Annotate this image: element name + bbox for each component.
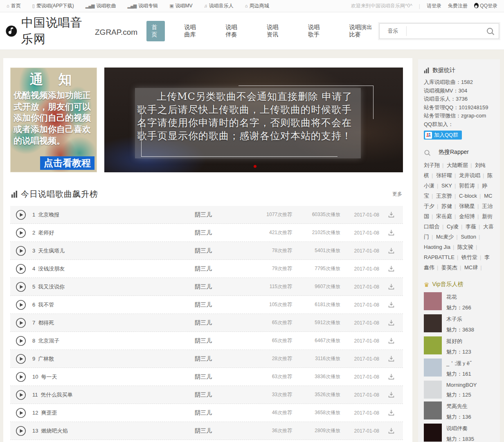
download-button[interactable] [387, 337, 395, 345]
top-nav-item[interactable]: 说唱专辑 [127, 2, 158, 9]
song-title[interactable]: 燃烧吧火焰 [41, 427, 68, 435]
song-title[interactable]: 没钱没朋友 [38, 265, 65, 273]
song-title[interactable]: 都得死 [38, 319, 54, 327]
rapper-link[interactable]: 李薇 [466, 223, 482, 230]
song-title[interactable]: 天生疯塔儿 [38, 247, 65, 255]
login-link[interactable]: 请登录 [427, 2, 441, 9]
top-nav-item[interactable]: 首页 [7, 2, 21, 9]
song-artist[interactable]: 阴三儿 [195, 355, 243, 363]
carousel-indicator-dot[interactable] [254, 165, 256, 168]
play-button[interactable] [16, 390, 26, 400]
song-artist[interactable]: 阴三儿 [195, 211, 243, 219]
vip-musician-name[interactable]: MorningBOY [446, 382, 477, 388]
rapper-link[interactable]: 铁竹堂 [461, 254, 483, 260]
rapper-link[interactable]: 金绍博 [459, 213, 480, 219]
play-button[interactable] [16, 228, 26, 238]
download-button[interactable] [387, 211, 395, 219]
download-button[interactable] [387, 391, 395, 399]
download-button[interactable] [387, 319, 395, 327]
rapper-link[interactable]: 王京骅 [436, 193, 457, 199]
download-button[interactable] [387, 265, 395, 273]
rapper-link[interactable]: 陈文骏 [457, 244, 479, 250]
rapper-link[interactable]: Sutton [461, 234, 482, 240]
song-artist[interactable]: 阴三儿 [195, 427, 243, 435]
top-nav-item[interactable]: 周边商城 [245, 2, 269, 9]
download-button[interactable] [387, 373, 395, 381]
vip-musician-name[interactable]: _＇;瀧ｙē˝ [446, 360, 471, 367]
song-title[interactable]: 我不管 [38, 301, 54, 309]
search-input[interactable] [407, 25, 487, 38]
play-button[interactable] [16, 318, 26, 328]
notice-tutorial-button[interactable]: 点击看教程 [40, 156, 94, 170]
main-nav-item[interactable]: 说唱演出比赛 [344, 21, 379, 41]
carousel[interactable]: 上传MC另类歌曲不会通知直接删除 申请了歌手之后请尽快上传歌曲，上传歌曲的时候歌… [104, 68, 403, 172]
top-nav-item[interactable]: 说唱MV [169, 2, 192, 9]
rapper-link[interactable]: Mc麦少 [436, 234, 459, 240]
song-artist[interactable]: 阴三儿 [195, 319, 243, 327]
rapper-link[interactable]: 苏健 [441, 203, 457, 209]
vip-musician-name[interactable]: 梵高先生 [446, 403, 471, 410]
play-button[interactable] [16, 264, 26, 274]
download-button[interactable] [387, 355, 395, 363]
song-title[interactable]: 爽歪歪 [41, 409, 57, 417]
rapper-link[interactable]: 大陆断层 [447, 162, 473, 168]
top-nav-item[interactable]: 说唱音乐人 [204, 2, 234, 9]
top-nav-item[interactable]: 说唱歌曲 [86, 2, 116, 9]
site-logo[interactable]: 中国说唱音乐网 ZGRAP.com [5, 15, 137, 47]
play-button[interactable] [16, 210, 26, 220]
main-nav-item[interactable]: 说唱资讯 [262, 21, 288, 41]
rapper-link[interactable]: SKY [441, 183, 457, 189]
song-artist[interactable]: 阴三儿 [195, 247, 243, 255]
song-artist[interactable]: 阴三儿 [195, 337, 243, 345]
vip-musician-name[interactable]: 说唱伴奏 [446, 425, 474, 432]
download-button[interactable] [387, 301, 395, 309]
download-button[interactable] [387, 247, 395, 255]
rapper-link[interactable]: MC肆 [464, 264, 484, 271]
rapper-link[interactable]: 宋岳庭 [436, 213, 457, 219]
rapper-link[interactable]: Haoting Jia [424, 244, 456, 250]
rapper-link[interactable]: RAPBATTLE [424, 254, 460, 260]
rapper-link[interactable]: C-block [459, 193, 482, 199]
song-artist[interactable]: 阴三儿 [195, 229, 243, 237]
song-artist[interactable]: 阴三儿 [195, 265, 243, 273]
play-button[interactable] [16, 282, 26, 292]
avatar[interactable] [424, 424, 442, 442]
vip-musician-name[interactable]: 木子乐 [446, 316, 474, 323]
play-button[interactable] [16, 300, 26, 310]
download-button[interactable] [387, 427, 395, 435]
rapper-link[interactable]: 张轩曜 [436, 172, 457, 178]
song-title[interactable]: 北京混子 [38, 337, 59, 345]
main-nav-item[interactable]: 说唱歌手 [303, 21, 330, 41]
avatar[interactable] [424, 381, 442, 399]
top-nav-item[interactable]: 爱说唱(APP下载) [32, 2, 74, 9]
song-title[interactable]: 广林散 [38, 355, 54, 363]
play-button[interactable] [16, 354, 26, 364]
join-qq-group-button[interactable]: 加入QQ群 [424, 131, 462, 140]
rapper-link[interactable]: 张晓星 [459, 203, 480, 209]
more-link[interactable]: 更多 [392, 191, 402, 198]
avatar[interactable] [424, 292, 442, 310]
song-artist[interactable]: 阴三儿 [195, 409, 243, 417]
song-title[interactable]: 北京晚报 [38, 211, 59, 219]
search-category-select[interactable]: 音乐 [380, 26, 407, 36]
notice-banner[interactable]: 通 知 优酷视频添加功能正式开放，朋友们可以添加你们自己的视频或者添加你自己喜欢… [10, 68, 97, 172]
vip-musician-name[interactable]: 挺好的 [446, 338, 471, 345]
rapper-link[interactable]: 龙井说唱 [459, 172, 486, 178]
song-artist[interactable]: 阴三儿 [195, 283, 243, 291]
play-button[interactable] [16, 372, 26, 382]
main-nav-item[interactable]: 说唱伴奏 [220, 21, 247, 41]
avatar[interactable] [424, 314, 442, 332]
vip-musician-name[interactable]: 花花 [446, 293, 471, 301]
song-artist[interactable]: 阴三儿 [195, 301, 243, 309]
register-link[interactable]: 免费注册 [448, 2, 468, 9]
main-nav-item[interactable]: 首页 [146, 21, 164, 41]
song-artist[interactable]: 阴三儿 [195, 373, 243, 381]
download-button[interactable] [387, 229, 395, 237]
download-button[interactable] [387, 409, 395, 417]
song-title[interactable]: 我又没说你 [38, 283, 65, 291]
search-icon[interactable] [487, 28, 493, 34]
avatar[interactable] [424, 359, 442, 377]
play-button[interactable] [16, 426, 26, 436]
rapper-link[interactable]: 姜英杰 [441, 264, 463, 271]
play-button[interactable] [16, 336, 26, 346]
